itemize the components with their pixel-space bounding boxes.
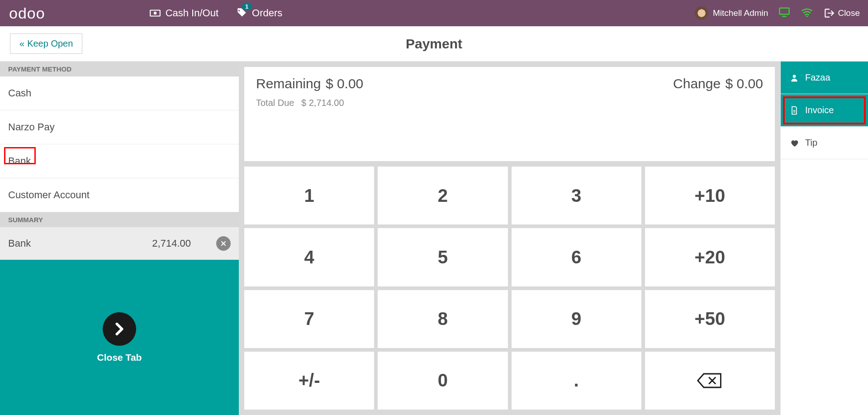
document-icon	[790, 106, 799, 115]
numpad-8[interactable]: 8	[378, 290, 508, 348]
logo: odoo	[9, 5, 45, 22]
chevron-right-icon	[112, 321, 127, 337]
numpad-sign[interactable]: +/-	[244, 352, 374, 410]
tip-button[interactable]: Tip	[781, 127, 868, 159]
numpad-plus20[interactable]: +20	[645, 228, 775, 286]
logout-icon	[823, 7, 835, 19]
cash-label: Cash In/Out	[166, 7, 218, 19]
close-label: Close	[838, 8, 860, 18]
chevron-left-double-icon: «	[19, 38, 24, 49]
customer-button[interactable]: Fazaa	[781, 62, 868, 94]
svg-point-1	[153, 12, 157, 15]
close-button[interactable]: Close	[823, 7, 860, 19]
summary-label: Bank	[8, 238, 152, 249]
topbar-center: Cash In/Out 1 Orders	[149, 7, 283, 19]
total-due: Total Due $ 2,714.00	[256, 98, 763, 108]
orders-button[interactable]: 1 Orders	[236, 7, 282, 19]
numpad-2[interactable]: 2	[378, 167, 508, 224]
logo-text: odoo	[9, 5, 45, 22]
invoice-wrap: Invoice	[781, 94, 868, 127]
orders-label: Orders	[252, 7, 282, 19]
summary-amount: 2,714.00	[152, 238, 191, 249]
remaining-value: $ 0.00	[326, 76, 363, 91]
user-name: Mitchell Admin	[713, 8, 768, 18]
svg-point-2	[238, 10, 240, 11]
svg-point-4	[806, 16, 808, 17]
change: Change $ 0.00	[673, 76, 763, 91]
topbar-right: Mitchell Admin Close	[695, 6, 868, 20]
numpad-plus50[interactable]: +50	[645, 290, 775, 348]
invoice-label: Invoice	[805, 105, 834, 115]
svg-point-5	[793, 75, 796, 78]
payment-method-header: PAYMENT METHOD	[0, 62, 239, 76]
payment-method-bank-label: Bank	[8, 155, 31, 167]
total-due-value: $ 2,714.00	[301, 98, 344, 108]
summary-delete-button[interactable]	[216, 236, 231, 251]
cash-in-out-button[interactable]: Cash In/Out	[149, 7, 218, 19]
summary-row[interactable]: Bank 2,714.00	[0, 227, 239, 260]
wifi-icon[interactable]	[801, 6, 813, 20]
subheader: « Keep Open Payment	[0, 26, 868, 62]
numpad-6[interactable]: 6	[512, 228, 641, 286]
validate-label: Close Tab	[97, 352, 142, 363]
payment-method-cash[interactable]: Cash	[0, 76, 239, 110]
payment-method-customer-account[interactable]: Customer Account	[0, 178, 239, 212]
right-panel: Fazaa Invoice Tip	[780, 62, 868, 415]
summary-header: SUMMARY	[0, 212, 239, 227]
numpad-1[interactable]: 1	[244, 167, 374, 224]
user-menu[interactable]: Mitchell Admin	[695, 6, 768, 20]
remaining: Remaining $ 0.00	[256, 76, 363, 91]
svg-rect-3	[780, 8, 789, 14]
orders-icon-wrap: 1	[236, 7, 247, 19]
numpad: 1 2 3 +10 4 5 6 +20 7 8 9 +50 +/- 0 .	[244, 167, 775, 410]
payment-method-bank[interactable]: Bank	[0, 144, 239, 178]
amount-panel: Remaining $ 0.00 Change $ 0.00 Total Due…	[244, 67, 775, 161]
tip-label: Tip	[805, 138, 817, 148]
cash-icon	[149, 7, 161, 19]
person-icon	[790, 73, 799, 82]
numpad-dot[interactable]: .	[512, 352, 641, 410]
numpad-5[interactable]: 5	[378, 228, 508, 286]
customer-label: Fazaa	[805, 72, 830, 83]
numpad-9[interactable]: 9	[512, 290, 641, 348]
keep-open-button[interactable]: « Keep Open	[10, 33, 82, 54]
center-panel: Remaining $ 0.00 Change $ 0.00 Total Due…	[239, 62, 780, 415]
numpad-7[interactable]: 7	[244, 290, 374, 348]
numpad-backspace[interactable]	[645, 352, 775, 410]
change-value: $ 0.00	[726, 76, 763, 91]
numpad-4[interactable]: 4	[244, 228, 374, 286]
main: PAYMENT METHOD Cash Narzo Pay Bank Custo…	[0, 62, 868, 415]
avatar	[695, 6, 708, 20]
page-title: Payment	[406, 36, 462, 52]
numpad-0[interactable]: 0	[378, 352, 508, 410]
numpad-plus10[interactable]: +10	[645, 167, 775, 224]
amount-top: Remaining $ 0.00 Change $ 0.00	[256, 76, 763, 91]
remaining-label: Remaining	[256, 76, 321, 91]
monitor-icon[interactable]	[778, 6, 791, 20]
heart-icon	[790, 138, 799, 148]
close-icon	[220, 240, 227, 247]
invoice-button[interactable]: Invoice	[781, 94, 868, 127]
change-label: Change	[673, 76, 721, 91]
validate-button[interactable]: Close Tab	[0, 260, 239, 415]
topbar: odoo Cash In/Out 1 Orders Mitchell Admin…	[0, 0, 868, 26]
orders-badge: 1	[242, 3, 251, 10]
left-panel: PAYMENT METHOD Cash Narzo Pay Bank Custo…	[0, 62, 239, 415]
backspace-icon	[696, 372, 723, 390]
total-due-label: Total Due	[256, 98, 294, 108]
keep-open-label: Keep Open	[27, 38, 73, 49]
payment-method-narzo-pay[interactable]: Narzo Pay	[0, 110, 239, 144]
validate-circle	[103, 312, 136, 346]
numpad-3[interactable]: 3	[512, 167, 641, 224]
